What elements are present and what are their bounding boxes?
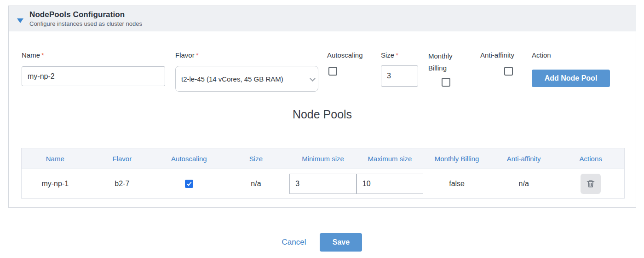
flavor-label: Flavor*: [175, 51, 199, 59]
maximum-size-input[interactable]: [356, 174, 424, 194]
cancel-button[interactable]: Cancel: [282, 238, 306, 247]
name-input[interactable]: [22, 66, 165, 86]
required-asterisk: *: [396, 51, 398, 59]
row-autoscaling-checkbox[interactable]: [185, 180, 193, 188]
anti-affinity-label: Anti-affinity: [480, 51, 514, 59]
check-icon: [187, 181, 191, 186]
row-autoscaling-cell: [155, 169, 223, 198]
monthly-billing-label: Monthly Billing: [428, 50, 463, 75]
save-button[interactable]: Save: [320, 233, 362, 252]
anti-affinity-checkbox[interactable]: [504, 67, 513, 76]
column-header-autoscaling: Autoscaling: [155, 148, 223, 169]
row-anti-affinity: n/a: [490, 169, 558, 198]
size-label: Size*: [381, 51, 398, 59]
table-header-row: Name Flavor Autoscaling Size Minimum siz…: [22, 148, 624, 169]
delete-node-pool-button[interactable]: [581, 174, 601, 194]
autoscaling-checkbox[interactable]: [328, 67, 337, 76]
chevron-down-icon: [310, 76, 316, 82]
column-header-anti-affinity: Anti-affinity: [490, 148, 558, 169]
flavor-label-text: Flavor: [175, 51, 195, 59]
required-asterisk: *: [41, 51, 44, 59]
footer-actions: Cancel Save: [0, 233, 644, 252]
autoscaling-label: Autoscaling: [327, 51, 363, 59]
table-row: my-np-1 b2-7 n/a false n/a: [22, 169, 624, 198]
column-header-actions: Actions: [557, 148, 624, 169]
row-monthly-billing: false: [423, 169, 490, 198]
panel-subtitle: Configure instances used as cluster node…: [29, 20, 142, 27]
column-header-flavor: Flavor: [89, 148, 156, 169]
monthly-billing-checkbox[interactable]: [442, 78, 450, 87]
action-label: Action: [532, 51, 551, 59]
size-input[interactable]: [381, 65, 418, 87]
row-maximum-size-cell: [356, 169, 424, 198]
row-name: my-np-1: [22, 169, 89, 198]
node-pools-heading: Node Pools: [9, 108, 636, 121]
panel-title: NodePools Configuration: [29, 10, 142, 19]
row-minimum-size-cell: [289, 169, 356, 198]
add-node-pool-button[interactable]: Add Node Pool: [532, 70, 610, 87]
nodepools-panel: NodePools Configuration Configure instan…: [8, 6, 636, 208]
row-size: n/a: [223, 169, 290, 198]
node-pools-table: Name Flavor Autoscaling Size Minimum siz…: [21, 148, 625, 199]
name-label-text: Name: [22, 51, 40, 59]
column-header-name: Name: [22, 148, 89, 169]
row-actions-cell: [557, 169, 624, 198]
minimum-size-input[interactable]: [289, 174, 356, 194]
panel-header-text: NodePools Configuration Configure instan…: [29, 10, 142, 27]
row-flavor: b2-7: [89, 169, 156, 198]
collapse-caret-icon[interactable]: [17, 18, 23, 23]
size-label-text: Size: [381, 51, 394, 59]
panel-header[interactable]: NodePools Configuration Configure instan…: [9, 6, 636, 31]
panel-body: Name* Flavor* Autoscaling Size* Monthly …: [9, 31, 636, 208]
column-header-monthly-billing: Monthly Billing: [423, 148, 490, 169]
flavor-select[interactable]: t2-le-45 (14 vCores, 45 GB RAM): [175, 66, 318, 92]
flavor-select-value: t2-le-45 (14 vCores, 45 GB RAM): [181, 75, 283, 83]
column-header-size: Size: [223, 148, 290, 169]
required-asterisk: *: [196, 51, 199, 59]
name-label: Name*: [22, 51, 44, 59]
column-header-maximum-size: Maximum size: [356, 148, 424, 169]
trash-icon: [586, 179, 595, 188]
column-header-minimum-size: Minimum size: [289, 148, 356, 169]
